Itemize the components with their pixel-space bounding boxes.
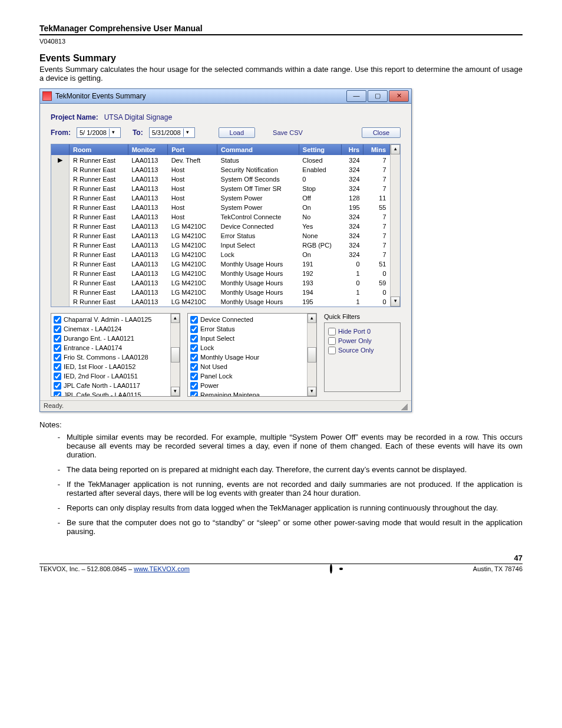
- list-item[interactable]: Not Used: [190, 362, 305, 371]
- row-selector[interactable]: [51, 165, 70, 174]
- checkbox[interactable]: [54, 325, 61, 333]
- checkbox[interactable]: [54, 373, 61, 380]
- scroll-up-icon[interactable]: ▴: [308, 314, 316, 323]
- list-item[interactable]: Source Only: [328, 345, 396, 355]
- scroll-down-icon[interactable]: ▾: [308, 387, 316, 396]
- table-row[interactable]: R Runner EastLAA0113HostSystem PowerOn19…: [51, 203, 390, 212]
- table-row[interactable]: R Runner EastLAA0113LG M4210CDevice Conn…: [51, 222, 390, 231]
- row-selector[interactable]: [51, 269, 70, 278]
- table-row[interactable]: ▶R Runner EastLAA0113Dev. TheftStatusClo…: [51, 155, 390, 165]
- close-button[interactable]: Close: [362, 127, 401, 138]
- checkbox[interactable]: [190, 363, 198, 371]
- list-item[interactable]: Remaining Maintena: [190, 390, 305, 396]
- col-mins[interactable]: Mins: [363, 144, 390, 155]
- table-row[interactable]: R Runner EastLAA0113LG M4210CMonthly Usa…: [51, 278, 390, 288]
- from-date-picker[interactable]: 5/ 1/2008 ▾: [77, 127, 121, 138]
- events-grid[interactable]: Room Monitor Port Command Setting Hrs Mi…: [51, 144, 401, 307]
- commands-filter-list[interactable]: Device ConnectedError StatusInput Select…: [187, 313, 317, 397]
- table-row[interactable]: R Runner EastLAA0113HostSystem PowerOff1…: [51, 193, 390, 203]
- list-item[interactable]: JPL Cafe South - LAA0115: [54, 390, 168, 396]
- row-selector[interactable]: [51, 288, 70, 297]
- col-port[interactable]: Port: [168, 144, 217, 155]
- checkbox[interactable]: [190, 354, 198, 361]
- checkbox[interactable]: [328, 328, 336, 335]
- table-row[interactable]: R Runner EastLAA0113LG M4210CError Statu…: [51, 231, 390, 241]
- table-row[interactable]: R Runner EastLAA0113LG M4210CMonthly Usa…: [51, 297, 390, 307]
- col-command[interactable]: Command: [217, 144, 299, 155]
- row-selector[interactable]: [51, 222, 70, 231]
- table-row[interactable]: R Runner EastLAA0113LG M4210CLockOn3247: [51, 250, 390, 259]
- scroll-thumb[interactable]: [171, 347, 180, 363]
- table-row[interactable]: R Runner EastLAA0113LG M4210CInput Selec…: [51, 241, 390, 250]
- row-selector[interactable]: [51, 193, 70, 203]
- checkbox[interactable]: [190, 344, 198, 352]
- checkbox[interactable]: [190, 316, 198, 324]
- list-item[interactable]: Durango Ent. - LAA0121: [54, 334, 168, 343]
- chevron-down-icon[interactable]: ▾: [109, 129, 118, 137]
- table-row[interactable]: R Runner EastLAA0113HostSystem Off Timer…: [51, 184, 390, 193]
- window-close-button[interactable]: ✕: [389, 90, 409, 102]
- row-selector[interactable]: ▶: [51, 155, 70, 165]
- row-selector[interactable]: [51, 203, 70, 212]
- checkbox[interactable]: [54, 316, 61, 324]
- checkbox[interactable]: [54, 354, 61, 361]
- scroll-down-icon[interactable]: ▾: [391, 297, 400, 307]
- table-row[interactable]: R Runner EastLAA0113LG M4210CMonthly Usa…: [51, 269, 390, 278]
- minimize-button[interactable]: —: [346, 90, 366, 102]
- resize-grip-icon[interactable]: [399, 402, 408, 410]
- list-item[interactable]: Power: [190, 381, 305, 390]
- maximize-button[interactable]: ▢: [368, 90, 388, 102]
- scroll-up-icon[interactable]: ▴: [391, 144, 400, 154]
- list-item[interactable]: Hide Port 0: [328, 327, 396, 336]
- table-row[interactable]: R Runner EastLAA0113HostTekControl Conne…: [51, 212, 390, 222]
- col-monitor[interactable]: Monitor: [128, 144, 167, 155]
- chevron-down-icon[interactable]: ▾: [183, 129, 192, 137]
- scroll-up-icon[interactable]: ▴: [171, 314, 180, 323]
- cmds-scrollbar[interactable]: ▴ ▾: [307, 314, 316, 396]
- row-selector[interactable]: [51, 297, 70, 307]
- rooms-filter-list[interactable]: Chaparral V. Admin - LAA0125Cinemax - LA…: [51, 313, 180, 397]
- checkbox[interactable]: [54, 344, 61, 352]
- row-selector[interactable]: [51, 212, 70, 222]
- list-item[interactable]: IED, 1st Floor - LAA0152: [54, 362, 168, 371]
- checkbox[interactable]: [328, 347, 336, 354]
- list-item[interactable]: Input Select: [190, 334, 305, 343]
- row-selector[interactable]: [51, 184, 70, 193]
- rooms-scrollbar[interactable]: ▴ ▾: [170, 314, 180, 396]
- list-item[interactable]: Entrance - LAA0174: [54, 343, 168, 353]
- list-item[interactable]: Power Only: [328, 336, 396, 345]
- row-selector[interactable]: [51, 174, 70, 184]
- row-selector[interactable]: [51, 241, 70, 250]
- checkbox[interactable]: [190, 335, 198, 342]
- list-item[interactable]: Monthly Usage Hour: [190, 353, 305, 362]
- footer-link[interactable]: www.TEKVOX.com: [134, 565, 190, 572]
- col-room[interactable]: Room: [70, 144, 128, 155]
- scroll-down-icon[interactable]: ▾: [171, 387, 180, 396]
- checkbox[interactable]: [54, 335, 61, 342]
- checkbox[interactable]: [190, 325, 198, 333]
- to-date-picker[interactable]: 5/31/2008 ▾: [149, 127, 195, 138]
- list-item[interactable]: Frio St. Commons - LAA0128: [54, 353, 168, 362]
- checkbox[interactable]: [190, 391, 198, 397]
- save-csv-button[interactable]: Save CSV: [273, 129, 303, 136]
- list-item[interactable]: Chaparral V. Admin - LAA0125: [54, 315, 168, 324]
- table-row[interactable]: R Runner EastLAA0113LG M4210CMonthly Usa…: [51, 288, 390, 297]
- row-selector[interactable]: [51, 231, 70, 241]
- checkbox[interactable]: [54, 391, 61, 397]
- checkbox[interactable]: [54, 363, 61, 371]
- checkbox[interactable]: [190, 382, 198, 390]
- list-item[interactable]: Error Status: [190, 324, 305, 334]
- list-item[interactable]: Device Connected: [190, 315, 305, 324]
- row-selector[interactable]: [51, 278, 70, 288]
- checkbox[interactable]: [190, 373, 198, 380]
- list-item[interactable]: Panel Lock: [190, 371, 305, 381]
- list-item[interactable]: IED, 2nd Floor - LAA0151: [54, 371, 168, 381]
- list-item[interactable]: Cinemax - LAA0124: [54, 324, 168, 334]
- checkbox[interactable]: [54, 382, 61, 390]
- list-item[interactable]: JPL Cafe North - LAA0117: [54, 381, 168, 390]
- list-item[interactable]: Lock: [190, 343, 305, 353]
- scroll-thumb[interactable]: [308, 347, 316, 363]
- col-hrs[interactable]: Hrs: [342, 144, 363, 155]
- row-selector[interactable]: [51, 250, 70, 259]
- grid-scrollbar[interactable]: ▴ ▾: [390, 144, 400, 307]
